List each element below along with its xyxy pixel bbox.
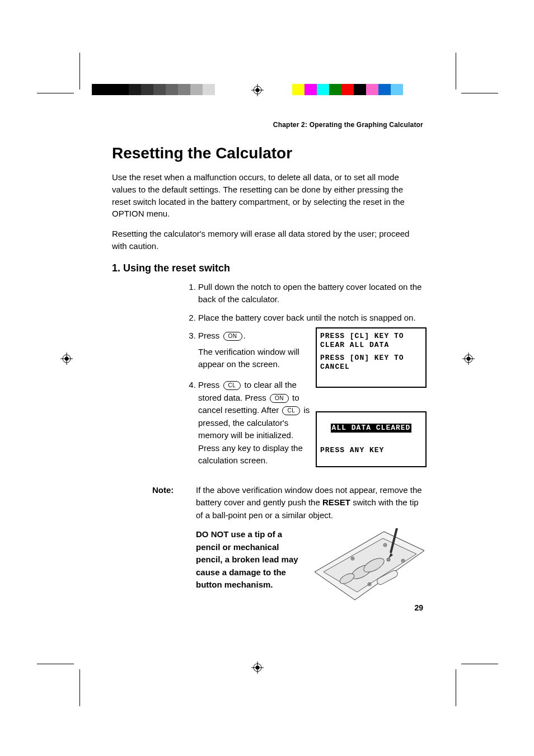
step-item: Place the battery cover back until the n… (198, 312, 423, 325)
text-run: The verification window will appear on t… (198, 347, 299, 369)
lcd-screens: PRESS [CL] KEY TO CLEAR ALL DATA PRESS [… (316, 327, 427, 467)
keycap-on: ON (223, 332, 242, 341)
lcd-cleared-screen: ALL DATA CLEARED PRESS ANY KEY (316, 411, 427, 467)
step-text: Press ON. The verification window will a… (198, 330, 305, 371)
crop-mark (461, 664, 498, 664)
crop-mark (456, 669, 456, 706)
crop-mark (37, 93, 74, 93)
registration-mark (251, 661, 264, 674)
page-content: Chapter 2: Operating the Graphing Calcul… (112, 121, 423, 604)
note-warning: DO NOT use a tip of a pencil or mechanic… (196, 528, 302, 591)
calculator-back-illustration (313, 528, 425, 604)
lcd-verification-screen: PRESS [CL] KEY TO CLEAR ALL DATA PRESS [… (316, 327, 427, 388)
lcd-line: CLEAR ALL DATA (320, 341, 422, 350)
registration-mark (60, 353, 73, 365)
chapter-header: Chapter 2: Operating the Graphing Calcul… (112, 121, 423, 129)
crop-mark (37, 664, 74, 664)
cmyk-color-bar (292, 84, 403, 95)
registration-mark (462, 353, 475, 365)
lcd-line: CANCEL (320, 363, 422, 372)
step-text: Place the battery cover back until the n… (198, 312, 423, 325)
intro-paragraph: Use the reset when a malfunction occurs,… (112, 171, 423, 220)
note-block: Note: If the above verification window d… (152, 484, 423, 604)
note-label: Note: (152, 484, 186, 522)
lcd-banner: ALL DATA CLEARED (331, 424, 412, 433)
keycap-on: ON (270, 394, 289, 403)
svg-point-37 (387, 558, 390, 561)
intro-paragraph: Resetting the calculator's memory will e… (112, 228, 423, 252)
lcd-line: PRESS ANY KEY (320, 446, 422, 455)
note-text: If the above verification window does no… (196, 484, 425, 522)
step-item: Press CL to clear all the stored data. P… (198, 379, 316, 467)
steps-block: Pull down the notch to open the battery … (185, 281, 423, 467)
step-text: Pull down the notch to open the battery … (198, 281, 423, 306)
subsection-heading: 1. Using the reset switch (112, 262, 423, 274)
crop-mark (79, 669, 80, 706)
text-bold: RESET (322, 497, 350, 507)
step-item: Pull down the notch to open the battery … (198, 281, 423, 306)
registration-mark (251, 84, 264, 96)
grayscale-color-bar (92, 84, 215, 95)
lcd-line: PRESS [ON] KEY TO (320, 354, 422, 363)
text-run: . (243, 331, 246, 340)
crop-mark (79, 53, 80, 90)
lcd-line: PRESS [CL] KEY TO (320, 332, 422, 341)
page-number: 29 (112, 603, 423, 612)
crop-mark (461, 93, 498, 93)
crop-mark (456, 53, 456, 90)
text-run: Press (198, 331, 222, 340)
keycap-cl: CL (282, 406, 300, 415)
text-run: Press (198, 380, 222, 389)
page-title: Resetting the Calculator (112, 144, 423, 162)
keycap-cl: CL (223, 381, 241, 390)
